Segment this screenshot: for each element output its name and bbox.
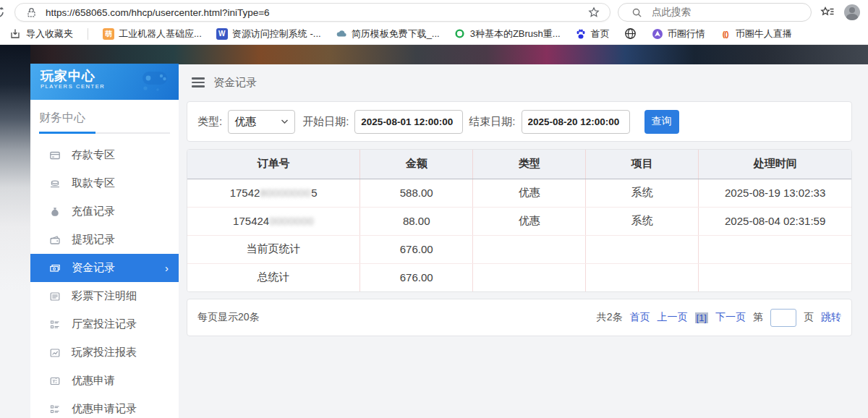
sidebar-item-label: 存款专区 bbox=[72, 148, 115, 162]
search-placeholder: 点此搜索 bbox=[652, 6, 691, 19]
empty-cell bbox=[586, 235, 699, 263]
sidebar-item-fund-records[interactable]: 资金记录 › bbox=[30, 254, 179, 282]
green-ring-icon bbox=[454, 28, 466, 40]
stats-amount-cell: 676.00 bbox=[360, 235, 473, 263]
project-cell: 系统 bbox=[586, 207, 699, 235]
baidu-paw-icon bbox=[575, 28, 587, 40]
sidebar-item-label: 彩票下注明细 bbox=[72, 289, 137, 303]
bookmark-star-icon[interactable] bbox=[585, 4, 603, 21]
url-text[interactable]: https://658065.com/hhcp/usercenter.html?… bbox=[46, 7, 579, 18]
background-left-shade bbox=[0, 45, 30, 291]
bookmark-label: 工业机器人基础应... bbox=[119, 27, 202, 40]
bookmarks-list-icon[interactable] bbox=[819, 4, 836, 21]
bookmarks-separator bbox=[88, 28, 88, 40]
sidebar-item-withdraw-zone[interactable]: 取款专区 bbox=[30, 169, 179, 197]
page-number-input[interactable] bbox=[770, 309, 796, 327]
per-page-info: 每页显示20条 bbox=[197, 311, 260, 324]
jump-link[interactable]: 跳转 bbox=[821, 311, 841, 324]
bookmark-item[interactable]: W 资源访问控制系统 -... bbox=[216, 27, 321, 40]
page-title-bar: 资金记录 bbox=[179, 64, 868, 101]
sidebar-item-lottery-bet-details[interactable]: 彩票下注明细 bbox=[30, 282, 179, 310]
end-date-label: 结束日期: bbox=[469, 115, 515, 129]
order-number-cell: 17542800000005 bbox=[187, 179, 360, 207]
stats-label-cell: 总统计 bbox=[187, 263, 360, 291]
sidebar-item-promo-apply[interactable]: 优惠申请 bbox=[30, 367, 179, 395]
sidebar-item-label: 优惠申请 bbox=[72, 374, 115, 388]
sidebar-item-deposit-zone[interactable]: 存款专区 bbox=[30, 141, 179, 169]
sidebar-item-label: 资金记录 bbox=[72, 261, 115, 275]
sidebar-item-hall-bet-records[interactable]: 厅室投注记录 bbox=[30, 310, 179, 338]
filter-panel: 类型: 优惠 开始日期: 结束日期: 查询 bbox=[187, 101, 852, 142]
cloud-icon bbox=[336, 28, 347, 40]
reload-icon[interactable] bbox=[0, 6, 7, 19]
empty-cell bbox=[473, 235, 586, 263]
orange-site-icon: 萌 bbox=[103, 28, 114, 40]
main-content: 资金记录 类型: 优惠 开始日期: 结束日期: 查询 订单号 金额 类型 bbox=[179, 64, 868, 418]
empty-cell bbox=[699, 263, 851, 291]
lock-icon[interactable] bbox=[22, 4, 40, 21]
players-center-header: 玩家中心 PLAYERS CENTER bbox=[30, 64, 179, 100]
amount-cell: 88.00 bbox=[360, 207, 473, 235]
start-date-label: 开始日期: bbox=[302, 115, 349, 129]
type-label: 类型: bbox=[197, 115, 222, 129]
list-boxes-icon bbox=[49, 404, 61, 415]
first-page-link[interactable]: 首页 bbox=[630, 311, 650, 324]
sidebar-item-label: 取款专区 bbox=[72, 176, 115, 190]
bookmark-item[interactable]: 3种基本的ZBrush重... bbox=[454, 27, 561, 40]
sidebar-item-recharge-records[interactable]: 充值记录 bbox=[30, 197, 179, 226]
sidebar-item-player-bet-report[interactable]: 玩家投注报表 bbox=[30, 338, 179, 367]
page-background: 玩家中心 PLAYERS CENTER 财务中心 存款专区 取款专区 bbox=[0, 45, 868, 418]
order-prefix: 175424 bbox=[233, 215, 269, 227]
bookmark-label: 币圈行情 bbox=[668, 27, 705, 40]
project-cell: 系统 bbox=[586, 179, 699, 207]
bookmark-item[interactable]: 萌 工业机器人基础应... bbox=[103, 27, 202, 40]
list-document-icon bbox=[49, 291, 61, 302]
search-icon bbox=[628, 4, 645, 21]
page-prefix-label: 第 bbox=[753, 311, 763, 324]
list-boxes-icon bbox=[49, 319, 61, 330]
wallet-icon bbox=[49, 234, 61, 246]
pagination-controls: 共2条 首页 上一页 [1] 下一页 第 页 跳转 bbox=[597, 309, 841, 327]
globe-bookmark[interactable] bbox=[624, 25, 637, 43]
hamburger-menu-icon[interactable] bbox=[192, 77, 205, 88]
order-prefix: 17542 bbox=[230, 187, 260, 199]
next-page-link[interactable]: 下一页 bbox=[715, 311, 746, 324]
sidebar-item-promo-apply-records[interactable]: 优惠申请记录 bbox=[30, 395, 179, 418]
url-bar[interactable]: https://658065.com/hhcp/usercenter.html?… bbox=[14, 3, 610, 22]
empty-cell bbox=[586, 263, 699, 291]
table-stats-row: 总统计 676.00 bbox=[187, 263, 851, 291]
bookmark-label: 简历模板免费下载_... bbox=[352, 27, 440, 40]
type-select[interactable]: 优惠 bbox=[228, 110, 295, 134]
chevron-down-icon bbox=[281, 119, 289, 124]
sidebar-item-label: 充值记录 bbox=[72, 205, 115, 218]
blue-doc-icon: W bbox=[216, 28, 228, 40]
fund-records-table-panel: 订单号 金额 类型 项目 处理时间 17542800000005 588.00 … bbox=[187, 149, 852, 292]
pagination-panel: 每页显示20条 共2条 首页 上一页 [1] 下一页 第 页 跳转 bbox=[187, 299, 852, 336]
total-count: 共2条 bbox=[597, 311, 623, 324]
column-header-type: 类型 bbox=[473, 150, 586, 179]
account-avatar[interactable] bbox=[843, 4, 861, 21]
end-date-input[interactable] bbox=[522, 110, 630, 134]
bookmarks-bar: 导入收藏夹 萌 工业机器人基础应... W 资源访问控制系统 -... 简历模板… bbox=[0, 23, 868, 45]
start-date-input[interactable] bbox=[354, 110, 463, 134]
order-suffix: 5 bbox=[311, 187, 317, 199]
bookmark-import[interactable]: 导入收藏夹 bbox=[9, 25, 73, 43]
sidebar: 玩家中心 PLAYERS CENTER 财务中心 存款专区 取款专区 bbox=[30, 64, 179, 418]
sidebar-menu: 存款专区 取款专区 充值记录 提现记录 bbox=[30, 141, 179, 418]
bookmark-label: 资源访问控制系统 -... bbox=[232, 27, 321, 40]
current-page-indicator: [1] bbox=[695, 312, 708, 323]
bookmark-item[interactable]: 简历模板免费下载_... bbox=[336, 27, 440, 40]
sidebar-item-label: 厅室投注记录 bbox=[72, 317, 137, 331]
prev-page-link[interactable]: 上一页 bbox=[658, 311, 688, 324]
finance-center-heading: 财务中心 bbox=[30, 100, 179, 132]
type-cell: 优惠 bbox=[473, 179, 586, 207]
bookmark-item[interactable]: 首页 bbox=[575, 27, 610, 40]
query-button[interactable]: 查询 bbox=[644, 110, 679, 134]
bookmark-item[interactable]: (() 币圈牛人直播 bbox=[720, 27, 792, 40]
search-bar[interactable]: 点此搜索 bbox=[618, 3, 812, 22]
bookmark-item[interactable]: 币圈行情 bbox=[652, 27, 705, 40]
globe-icon bbox=[624, 25, 637, 43]
banknotes-icon bbox=[49, 263, 61, 274]
sidebar-item-withdraw-records[interactable]: 提现记录 bbox=[30, 226, 179, 254]
bookmark-label: 币圈牛人直播 bbox=[736, 27, 792, 40]
